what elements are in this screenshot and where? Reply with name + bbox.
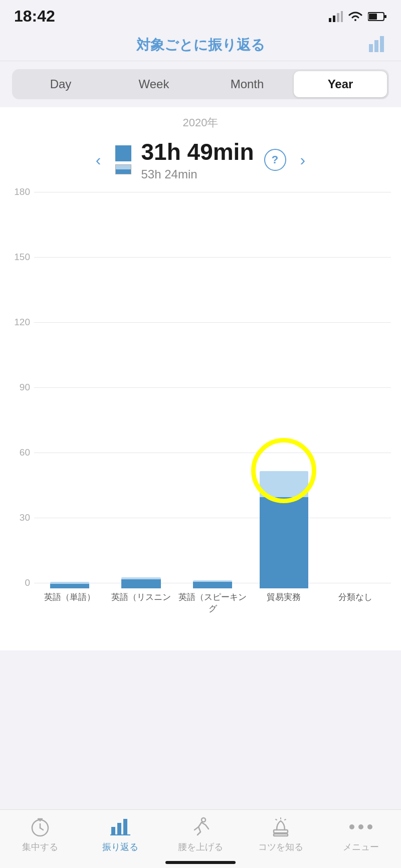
- y-label-60: 60: [10, 447, 34, 458]
- next-arrow[interactable]: ›: [296, 147, 310, 173]
- chart-icon[interactable]: [369, 36, 387, 54]
- svg-rect-9: [380, 36, 384, 52]
- segment-month[interactable]: Month: [200, 71, 294, 97]
- x-label-1: 英語（単語）: [34, 588, 105, 614]
- battery-icon: [368, 12, 387, 22]
- bar-group-4: [248, 197, 319, 588]
- svg-rect-1: [333, 16, 335, 22]
- svg-rect-15: [111, 827, 115, 835]
- tips-icon: [270, 816, 292, 838]
- header-title: 対象ごとに振り返る: [136, 36, 265, 55]
- svg-rect-20: [274, 830, 288, 833]
- segment-year[interactable]: Year: [294, 71, 387, 97]
- nav-menu[interactable]: メニュー: [321, 816, 401, 853]
- x-label-4: 貿易実務: [248, 588, 319, 614]
- home-indicator: [165, 861, 236, 864]
- svg-rect-8: [374, 40, 378, 52]
- segment-day[interactable]: Day: [14, 71, 107, 97]
- svg-rect-21: [274, 834, 288, 836]
- stats-row: ‹ 31h 49min 53h 24min ? ›: [0, 134, 401, 189]
- segment-week[interactable]: Week: [107, 71, 200, 97]
- y-label-0: 0: [10, 577, 34, 588]
- stats-text: 31h 49min 53h 24min: [141, 138, 254, 181]
- svg-rect-16: [117, 823, 121, 835]
- x-label-3: 英語（スピーキング: [177, 588, 248, 614]
- x-labels: 英語（単語） 英語（リスニン 英語（スピーキング 貿易実務 分類なし: [10, 588, 391, 614]
- nav-review[interactable]: 振り返る: [80, 816, 160, 853]
- wifi-icon: [348, 11, 363, 22]
- svg-rect-17: [123, 819, 127, 835]
- bar-group-3: [177, 197, 248, 588]
- year-label: 2020年: [183, 115, 219, 130]
- nav-focus-label: 集中する: [22, 841, 58, 853]
- bar-chart-icon: [109, 816, 131, 838]
- y-label-150: 150: [10, 252, 34, 263]
- status-bar: 18:42: [0, 0, 401, 30]
- year-selector: 2020年: [0, 107, 401, 134]
- bar-group-2: [105, 197, 176, 588]
- nav-focus[interactable]: 集中する: [0, 816, 80, 853]
- run-icon: [189, 816, 212, 838]
- svg-rect-6: [369, 14, 377, 20]
- nav-get-up[interactable]: 腰を上げる: [160, 816, 241, 853]
- nav-menu-label: メニュー: [343, 841, 379, 853]
- segment-container: Day Week Month Year: [0, 61, 401, 107]
- info-button[interactable]: ?: [264, 149, 286, 171]
- color-indicators: [115, 145, 131, 174]
- prev-arrow[interactable]: ‹: [92, 147, 105, 173]
- bottom-nav: 集中する 振り返る 腰を上げる コツを知る: [0, 809, 401, 868]
- chart-area: 180 150 120 90 60: [0, 189, 401, 650]
- svg-line-24: [285, 819, 286, 820]
- svg-rect-2: [337, 13, 339, 22]
- status-icons: [329, 11, 387, 22]
- bar-group-5: [320, 197, 391, 588]
- x-label-2: 英語（リスニン: [105, 588, 176, 614]
- svg-rect-3: [341, 11, 343, 22]
- stats-primary: 31h 49min: [141, 138, 254, 165]
- svg-rect-7: [369, 44, 373, 52]
- nav-review-label: 振り返る: [102, 841, 138, 853]
- x-label-5: 分類なし: [320, 588, 391, 614]
- nav-get-up-label: 腰を上げる: [178, 841, 223, 853]
- y-label-30: 30: [10, 512, 34, 523]
- color-primary: [115, 145, 131, 161]
- y-label-90: 90: [10, 382, 34, 393]
- svg-rect-5: [384, 15, 386, 18]
- svg-rect-0: [329, 18, 331, 22]
- header: 対象ごとに振り返る: [0, 30, 401, 61]
- nav-tips[interactable]: コツを知る: [241, 816, 321, 853]
- y-label-180: 180: [10, 186, 34, 197]
- svg-line-13: [40, 828, 43, 830]
- main-content: 2020年 ‹ 31h 49min 53h 24min ? › 180: [0, 107, 401, 650]
- status-time: 18:42: [14, 7, 55, 26]
- nav-tips-label: コツを知る: [258, 841, 303, 853]
- segment-control: Day Week Month Year: [12, 69, 389, 99]
- svg-line-23: [276, 819, 277, 820]
- bar-group-1: [34, 197, 105, 588]
- y-label-120: 120: [10, 317, 34, 328]
- stats-center: 31h 49min 53h 24min ?: [115, 138, 286, 181]
- menu-dots-icon: [349, 816, 372, 838]
- signal-icon: [329, 11, 343, 22]
- svg-point-19: [202, 818, 206, 822]
- color-secondary: [115, 164, 131, 174]
- stats-secondary: 53h 24min: [141, 167, 254, 181]
- timer-icon: [29, 816, 51, 838]
